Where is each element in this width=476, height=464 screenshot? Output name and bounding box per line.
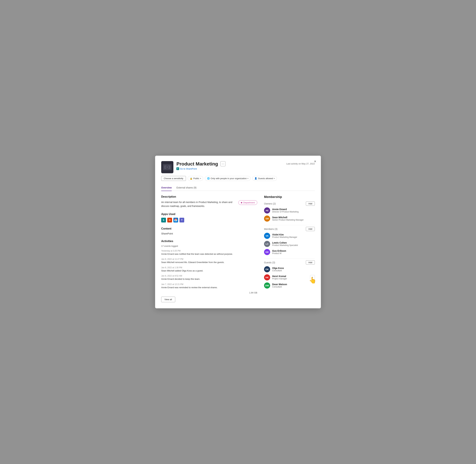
apps-title: Apps Used	[161, 213, 257, 216]
avatar-dean: DW	[264, 282, 270, 289]
activity-time: Jan 8, 2022 at 1:30 PM	[161, 266, 257, 269]
member-role: Consultant	[272, 286, 315, 288]
member-info-lewis: Lewis Cohen Product Marketing Specialist	[272, 241, 315, 246]
visibility-button[interactable]: 🔒 Public ▾	[188, 176, 203, 181]
add-member-button[interactable]: Add	[306, 227, 315, 231]
visibility-label: Public	[193, 177, 199, 180]
app-outlook: O	[167, 218, 172, 222]
member-role: Director of Product Marketing	[272, 211, 315, 213]
activity-desc: Annie Emard was reminded to review the e…	[161, 286, 257, 289]
activities-section: Activities 17 events logged Yesterday at…	[161, 240, 257, 302]
description-row: An internal team for all members in Prod…	[161, 200, 257, 208]
member-info-violet: Violet Kim Product Marketing Manager	[272, 233, 315, 238]
add-owner-button[interactable]: Add	[306, 202, 315, 206]
member-item: LC Lewis Cohen Product Marketing Special…	[264, 241, 315, 247]
description-text: An internal team for all members in Prod…	[161, 200, 236, 208]
guest-item: DW Dean Watson Consultant	[264, 282, 315, 289]
sharing-chevron: ▾	[248, 177, 248, 179]
activity-item: Jan 8, 2022 at 11:27 PM Sean Mitchell re…	[161, 258, 257, 264]
guest-item: HK Henri Komal Project manager × 👆	[264, 274, 315, 280]
member-info-olga: Olga Koss Consultant	[272, 267, 315, 272]
member-role: Product M	[272, 252, 315, 255]
members-group: Members (3) Add VK Violet Kim Product Ma…	[264, 227, 315, 255]
view-all-button[interactable]: View all	[161, 297, 175, 302]
apps-section: Apps Used S O 📅 T	[161, 213, 257, 222]
activity-item: Jan 8, 2022 at 1:30 PM Sean Mitchell add…	[161, 266, 257, 272]
activity-desc: Sean Mitchell added Olga Koss as a guest…	[161, 269, 257, 272]
toolbar: Choose a sensitivity 🔒 Public ▾ 🌐 Only w…	[161, 176, 315, 181]
member-name: Henri Komal	[272, 275, 308, 278]
member-role: Project manager	[272, 278, 308, 280]
activity-item: Jan 7, 2022 at 12:21 PM Annie Emard was …	[161, 283, 257, 289]
app-teams: T	[179, 218, 184, 222]
activity-desc: Annie Emard was notified that the team w…	[161, 252, 257, 256]
dept-tag-label: Department	[243, 201, 255, 204]
storage-label: 1.84 GB	[161, 291, 257, 294]
left-panel: Description An internal team for all mem…	[161, 195, 257, 302]
description-title: Description	[161, 195, 257, 198]
app-calendar: 📅	[173, 218, 178, 222]
avatar-sean: SM	[264, 215, 270, 222]
team-avatar	[161, 161, 173, 173]
lock-icon: 🔒	[190, 177, 192, 180]
last-activity: Last activity on May 27, 2022	[286, 163, 315, 165]
member-name: Lewis Cohen	[272, 241, 315, 244]
guests-label: Guests (3)	[264, 261, 275, 264]
header-top-row: Product Marketing ⋯	[177, 161, 283, 167]
tab-overview[interactable]: Overview	[161, 184, 172, 191]
close-button[interactable]: ×	[312, 159, 318, 164]
content-section: Content SharePoint	[161, 227, 257, 235]
add-guest-button[interactable]: Add	[306, 260, 315, 265]
activity-time: Yesterday at 3:25 PM	[161, 250, 257, 252]
member-info-dean: Dean Watson Consultant	[272, 283, 315, 288]
team-title: Product Marketing	[177, 161, 218, 167]
content-value: SharePoint	[161, 232, 257, 235]
content-title: Content	[161, 227, 257, 230]
activity-time: Jan 8, 2022 at 8:52 AM	[161, 275, 257, 277]
svg-point-4	[166, 166, 168, 168]
sharepoint-icon: S	[177, 167, 179, 170]
sharing-label: Only with people in your organization	[211, 177, 247, 180]
owner-item: SM Sean Mitchell Senior Product Marketin…	[264, 215, 315, 222]
member-info-sean: Sean Mitchell Senior Product Marketing M…	[272, 216, 315, 221]
sensitivity-button[interactable]: Choose a sensitivity	[161, 176, 186, 181]
member-name: Annie Emard	[272, 208, 315, 211]
guests-header: Guests (3) Add	[264, 260, 315, 265]
owners-group: Owners (2) Add AE Annie Emard Director o…	[264, 202, 315, 222]
avatar-olga: OK	[264, 266, 270, 272]
team-avatar-image	[161, 161, 173, 173]
activity-desc: Annie Emard decided to keep this team.	[161, 277, 257, 281]
members-label: Members (3)	[264, 228, 278, 230]
member-role: Consultant	[272, 270, 315, 272]
sharing-button[interactable]: 🌐 Only with people in your organization …	[205, 176, 250, 181]
member-item: GE Gus Erikson Product M	[264, 249, 315, 255]
members-header: Members (3) Add	[264, 227, 315, 231]
sharing-icon: 🌐	[207, 177, 210, 180]
member-info-gus: Gus Erikson Product M	[272, 250, 315, 255]
member-role: Senior Product Marketing Manager	[272, 219, 315, 221]
visibility-chevron: ▾	[200, 177, 201, 179]
remove-henri-button[interactable]: ×	[310, 275, 315, 280]
activity-time: Jan 8, 2022 at 11:27 PM	[161, 258, 257, 260]
sharepoint-link-label: Go to SharePoint	[180, 167, 197, 170]
owners-label: Owners (2)	[264, 202, 276, 205]
department-tag: Department	[238, 200, 257, 205]
more-button[interactable]: ⋯	[220, 161, 226, 166]
owners-header: Owners (2) Add	[264, 202, 315, 206]
guests-chevron: ▾	[274, 177, 275, 179]
member-role: Product Marketing Manager	[272, 236, 315, 238]
modal: × Product Marketing ⋯	[155, 156, 321, 309]
dept-dot	[241, 202, 242, 203]
activity-desc: Sean Mitchell removed Ms. Edward Greenfe…	[161, 261, 257, 264]
member-info-henri: Henri Komal Project manager	[272, 275, 308, 280]
guests-group: Guests (3) Add OK Olga Koss Consultant H…	[264, 260, 315, 289]
guests-button[interactable]: 👤 Guests allowed ▾	[252, 176, 277, 181]
member-name: Violet Kim	[272, 233, 315, 236]
description-section: Description An internal team for all mem…	[161, 195, 257, 208]
member-name: Dean Watson	[272, 283, 315, 286]
tab-external-shares[interactable]: External shares (9)	[177, 184, 196, 191]
tabs: Overview External shares (9)	[161, 184, 315, 191]
right-panel: Membership Owners (2) Add AE Annie Emard…	[264, 195, 315, 302]
sharepoint-link[interactable]: S Go to SharePoint	[177, 167, 283, 170]
activity-time: Jan 7, 2022 at 12:21 PM	[161, 283, 257, 286]
